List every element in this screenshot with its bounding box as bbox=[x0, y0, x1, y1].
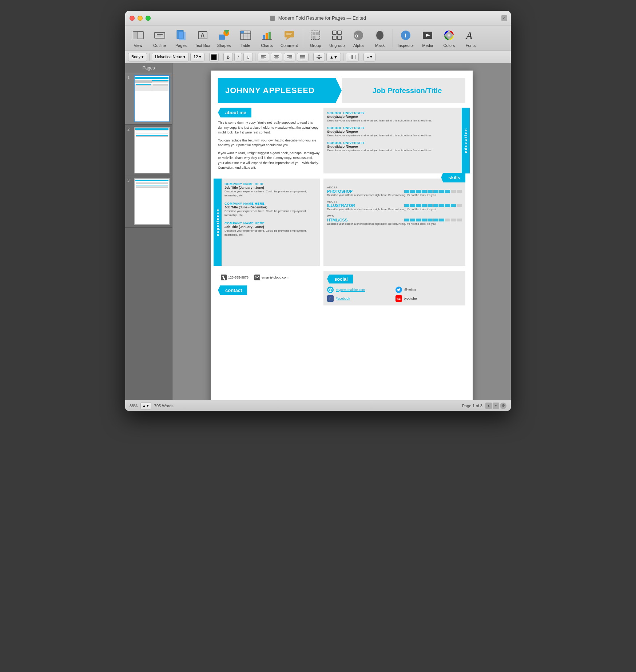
social-youtube-text: /youtube bbox=[404, 297, 417, 300]
minimize-button[interactable] bbox=[138, 16, 143, 21]
toolbar-ungroup-label: Ungroup bbox=[329, 43, 345, 48]
social-twitter: @twitter bbox=[395, 287, 462, 293]
edu-degree-3: Study/Major/Degree bbox=[327, 145, 454, 148]
toolbar-alpha[interactable]: α Alpha bbox=[349, 27, 369, 49]
formatbar: Body ▾ Helvetica Neue ▾ 12 ▾ B I U ▲▼ bbox=[125, 51, 511, 63]
toolbar-inspector[interactable]: i Inspector bbox=[395, 27, 416, 49]
resume-content: JOHNNY APPLESEED Job Profession/Title ab… bbox=[211, 71, 473, 313]
toolbar-mask[interactable]: Mask bbox=[370, 27, 390, 49]
page-thumb-2[interactable]: 2 bbox=[125, 125, 172, 176]
toolbar-fonts[interactable]: A Fonts bbox=[461, 27, 481, 49]
page-down-button[interactable]: ▼ bbox=[493, 403, 499, 409]
toolbar-pages[interactable]: Pages bbox=[171, 27, 191, 49]
web-icon bbox=[327, 287, 334, 293]
contact-email: email@icloud.com bbox=[254, 275, 289, 280]
textbox-icon: A bbox=[196, 29, 209, 42]
svg-rect-33 bbox=[338, 31, 341, 35]
svg-rect-32 bbox=[333, 31, 336, 35]
exp-entry-2: COMPANY NAME HERE Job Title (June - Dece… bbox=[224, 202, 316, 217]
list-btn[interactable]: ≡ ▾ bbox=[363, 53, 375, 61]
toolbar-colors[interactable]: Colors bbox=[439, 27, 459, 49]
toolbar-media[interactable]: Media bbox=[418, 27, 438, 49]
toolbar-inspector-label: Inspector bbox=[398, 43, 414, 48]
underline-button[interactable]: U bbox=[243, 53, 253, 61]
page-img-2 bbox=[134, 127, 170, 174]
toolbar-comment[interactable]: Comment bbox=[278, 27, 300, 49]
main-area: Pages 1 bbox=[125, 63, 511, 400]
social-youtube: You▶ /youtube bbox=[395, 295, 462, 302]
spacing-stepper[interactable]: ▲▼ bbox=[326, 53, 341, 61]
skill-desc-2: Describe your skills in a short sentence… bbox=[327, 208, 462, 212]
edu-label-text: education bbox=[464, 128, 468, 153]
bold-button[interactable]: B bbox=[223, 53, 233, 61]
columns-btn[interactable] bbox=[346, 53, 359, 61]
toolbar-group[interactable]: Group bbox=[306, 27, 326, 49]
exp-company-1: COMPANY NAME HERE bbox=[224, 182, 316, 186]
skill-illustrator: ADOBE ILLUSTRATOR bbox=[327, 200, 462, 212]
align-left[interactable] bbox=[258, 53, 269, 61]
page-up-button[interactable]: ▲ bbox=[485, 403, 492, 409]
skill-desc-1: Describe your skills in a short sentence… bbox=[327, 193, 462, 197]
line-spacing[interactable] bbox=[313, 53, 325, 61]
exp-box: COMPANY NAME HERE Job Title (January - J… bbox=[218, 179, 320, 266]
toolbar-ungroup[interactable]: Ungroup bbox=[327, 27, 347, 49]
facebook-icon: f bbox=[327, 295, 334, 302]
app-window: Modern Fold Resume for Pages — Edited ⤢ … bbox=[125, 11, 511, 411]
toolbar-pages-label: Pages bbox=[175, 43, 187, 48]
align-right[interactable] bbox=[284, 53, 295, 61]
svg-rect-30 bbox=[316, 32, 319, 35]
social-facebook-link[interactable]: /facebook bbox=[336, 297, 350, 300]
style-dropdown[interactable]: Body ▾ bbox=[128, 53, 147, 61]
toolbar-charts-label: Charts bbox=[261, 43, 273, 48]
zoom-stepper[interactable]: ▲▼ bbox=[140, 402, 151, 409]
edu-school-1: SCHOOL UNIVERSITY bbox=[327, 111, 454, 115]
toolbar-outline[interactable]: Outline bbox=[150, 27, 170, 49]
expand-button[interactable]: ⤢ bbox=[501, 15, 507, 21]
social-website-link[interactable]: mypersonalsite.com bbox=[336, 288, 365, 292]
contact-phone: 123-555-9876 bbox=[221, 275, 249, 280]
edu-label-rotated: education bbox=[462, 108, 470, 173]
font-size-dropdown[interactable]: 12 ▾ bbox=[190, 53, 204, 61]
alpha-icon: α bbox=[352, 29, 365, 42]
align-justify[interactable] bbox=[297, 53, 309, 61]
toolbar-charts[interactable]: Charts bbox=[257, 27, 277, 49]
social-contact-row: 123-555-9876 email@icloud.com contact bbox=[218, 271, 465, 305]
mask-icon bbox=[373, 29, 386, 42]
svg-text:A: A bbox=[200, 32, 205, 39]
color-swatch[interactable] bbox=[209, 53, 219, 61]
font-family-dropdown[interactable]: Helvetica Neue ▾ bbox=[152, 53, 189, 61]
fonts-icon: A bbox=[464, 29, 477, 42]
document-page: JOHNNY APPLESEED Job Profession/Title ab… bbox=[211, 71, 473, 400]
svg-rect-29 bbox=[313, 32, 315, 35]
exp-skills-row: experience COMPANY NAME HERE Job Title (… bbox=[218, 179, 465, 266]
maximize-button[interactable] bbox=[146, 16, 151, 21]
page-nav: ▲ ▼ ⚙ bbox=[485, 403, 506, 409]
toolbar-comment-label: Comment bbox=[281, 43, 298, 48]
toolbar-shapes[interactable]: Shapes bbox=[214, 27, 234, 49]
svg-rect-11 bbox=[219, 35, 225, 40]
title-block: Job Profession/Title bbox=[342, 78, 465, 103]
page-thumb-3[interactable]: 3 bbox=[125, 176, 172, 228]
exp-entry-1: COMPANY NAME HERE Job Title (January - J… bbox=[224, 182, 316, 197]
toolbar-view[interactable]: View bbox=[128, 27, 148, 49]
toolbar-table[interactable]: Table bbox=[235, 27, 255, 49]
settings-button[interactable]: ⚙ bbox=[500, 403, 506, 409]
svg-rect-67 bbox=[349, 55, 352, 59]
align-center[interactable] bbox=[271, 53, 282, 61]
svg-rect-20 bbox=[263, 35, 265, 40]
canvas-area[interactable]: JOHNNY APPLESEED Job Profession/Title ab… bbox=[172, 63, 511, 400]
italic-button[interactable]: I bbox=[234, 53, 242, 61]
toolbar-outline-label: Outline bbox=[153, 43, 166, 48]
titlebar: Modern Fold Resume for Pages — Edited ⤢ bbox=[125, 11, 511, 25]
skill-name-1: PHOTOSHOP bbox=[327, 189, 353, 193]
toolbar-textbox[interactable]: A Text Box bbox=[192, 27, 212, 49]
svg-text:f: f bbox=[329, 297, 331, 301]
exp-label-text: experience bbox=[215, 208, 220, 236]
edu-desc-1: Describe your experience and what you le… bbox=[327, 119, 454, 123]
close-button[interactable] bbox=[130, 16, 135, 21]
sidebar-header: Pages bbox=[125, 63, 172, 73]
page-thumb-1[interactable]: 1 bbox=[125, 73, 172, 125]
education-section: SCHOOL UNIVERSITY Study/Major/Degree Des… bbox=[323, 108, 465, 173]
media-icon bbox=[421, 29, 434, 42]
skill-bar-1 bbox=[404, 190, 462, 193]
